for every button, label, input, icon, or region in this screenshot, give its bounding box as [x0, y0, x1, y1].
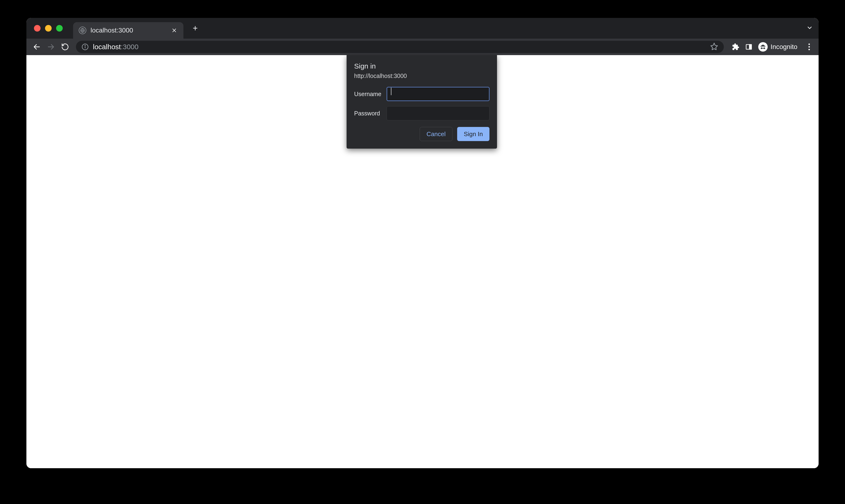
password-label: Password: [354, 110, 387, 117]
back-button[interactable]: [31, 41, 43, 53]
incognito-icon: [758, 42, 768, 52]
extensions-icon[interactable]: [730, 42, 741, 52]
password-row: Password: [354, 106, 489, 120]
dialog-origin: http://localhost:3000: [354, 73, 489, 79]
profile-label: Incognito: [771, 43, 797, 51]
username-row: Username: [354, 87, 489, 101]
browser-window: localhost:3000 + localhost:3000: [27, 18, 818, 468]
side-panel-icon[interactable]: [744, 42, 754, 52]
browser-tab[interactable]: localhost:3000: [73, 22, 184, 39]
window-maximize-button[interactable]: [56, 25, 63, 32]
svg-rect-6: [749, 44, 752, 49]
reload-button[interactable]: [59, 41, 71, 53]
profile-button[interactable]: Incognito: [757, 41, 801, 53]
url-port: :3000: [121, 43, 138, 51]
globe-icon: [79, 26, 86, 34]
svg-point-7: [808, 43, 810, 45]
svg-point-8: [808, 46, 810, 48]
forward-button[interactable]: [45, 41, 57, 53]
window-controls: [34, 25, 63, 32]
url-text: localhost:3000: [93, 43, 710, 51]
svg-point-9: [808, 49, 810, 50]
cancel-button[interactable]: Cancel: [420, 127, 452, 141]
http-auth-dialog: Sign in http://localhost:3000 Username P…: [347, 55, 497, 149]
tab-title: localhost:3000: [90, 26, 171, 34]
page-content: Sign in http://localhost:3000 Username P…: [27, 55, 818, 468]
window-close-button[interactable]: [34, 25, 40, 32]
url-host: localhost: [93, 43, 121, 51]
kebab-menu-icon[interactable]: [804, 42, 814, 52]
site-info-icon[interactable]: [82, 43, 89, 50]
tab-close-button[interactable]: [171, 27, 178, 34]
new-tab-button[interactable]: +: [190, 23, 201, 33]
window-minimize-button[interactable]: [45, 25, 52, 32]
password-input[interactable]: [387, 106, 489, 120]
toolbar-right: Incognito: [730, 41, 814, 53]
sign-in-button[interactable]: Sign In: [457, 127, 489, 141]
dialog-actions: Cancel Sign In: [354, 127, 489, 141]
username-input[interactable]: [387, 87, 489, 101]
bookmark-star-icon[interactable]: [710, 42, 718, 51]
tabs-dropdown-button[interactable]: [806, 24, 813, 32]
address-bar[interactable]: localhost:3000: [76, 41, 724, 53]
username-label: Username: [354, 91, 387, 97]
svg-point-3: [85, 45, 85, 46]
titlebar: localhost:3000 +: [27, 18, 818, 39]
dialog-title: Sign in: [354, 62, 489, 70]
toolbar: localhost:3000 Incognito: [27, 39, 818, 55]
